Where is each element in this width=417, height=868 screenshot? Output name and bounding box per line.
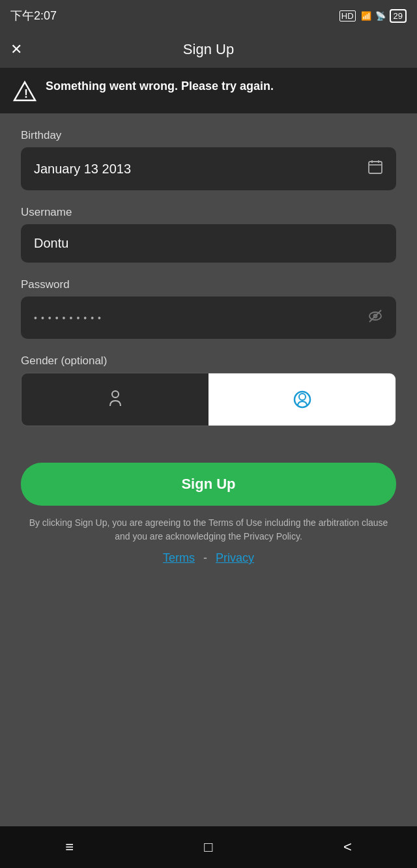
- legal-links: Terms - Privacy: [21, 551, 396, 565]
- wifi-icon: 📡: [375, 11, 386, 21]
- gender-female-option[interactable]: [22, 373, 208, 426]
- birthday-field-group: Birthday January 13 2013: [21, 129, 396, 190]
- calendar-icon: [367, 159, 383, 179]
- legal-separator: -: [203, 551, 207, 564]
- username-field-group: Username: [21, 206, 396, 263]
- main-content: Birthday January 13 2013 Username Passwo…: [0, 113, 417, 826]
- terms-link[interactable]: Terms: [163, 551, 195, 564]
- signal-icon: 📶: [361, 11, 371, 21]
- battery-indicator: 29: [390, 9, 407, 23]
- warning-icon: !: [13, 80, 36, 103]
- gender-field-group: Gender (optional): [21, 354, 396, 426]
- username-label: Username: [21, 206, 396, 219]
- menu-button[interactable]: ≡: [50, 833, 89, 861]
- hd-icon: HD: [339, 10, 356, 22]
- password-label: Password: [21, 278, 396, 291]
- password-dots: ••••••••••: [34, 313, 367, 323]
- password-input[interactable]: ••••••••••: [21, 297, 396, 339]
- birthday-value: January 13 2013: [34, 162, 367, 177]
- error-banner: ! Something went wrong. Please try again…: [0, 68, 417, 113]
- username-input[interactable]: [21, 224, 396, 263]
- birthday-label: Birthday: [21, 129, 396, 142]
- svg-text:!: !: [24, 87, 28, 100]
- gender-label: Gender (optional): [21, 354, 396, 368]
- birthday-input[interactable]: January 13 2013: [21, 147, 396, 190]
- status-bar: 下午2:07 HD 📶 📡 29: [0, 0, 417, 31]
- svg-rect-2: [369, 162, 382, 173]
- error-message: Something went wrong. Please try again.: [46, 78, 274, 94]
- gender-male-option[interactable]: [208, 373, 395, 426]
- password-field-group: Password ••••••••••: [21, 278, 396, 339]
- home-button[interactable]: □: [188, 833, 228, 861]
- page-title: Sign Up: [183, 41, 234, 58]
- signup-button[interactable]: Sign Up: [21, 463, 396, 506]
- close-button[interactable]: ✕: [10, 42, 22, 57]
- legal-text: By clicking Sign Up, you are agreeing to…: [21, 516, 396, 543]
- bottom-nav: ≡ □ <: [0, 826, 417, 868]
- header: ✕ Sign Up: [0, 31, 417, 68]
- status-time: 下午2:07: [10, 8, 57, 23]
- svg-point-11: [299, 394, 306, 400]
- eye-icon[interactable]: [367, 308, 383, 327]
- status-icons: HD 📶 📡 29: [339, 9, 407, 23]
- privacy-link[interactable]: Privacy: [216, 551, 254, 564]
- back-button[interactable]: <: [328, 833, 367, 861]
- gender-toggle: [21, 373, 396, 426]
- svg-point-9: [112, 391, 119, 398]
